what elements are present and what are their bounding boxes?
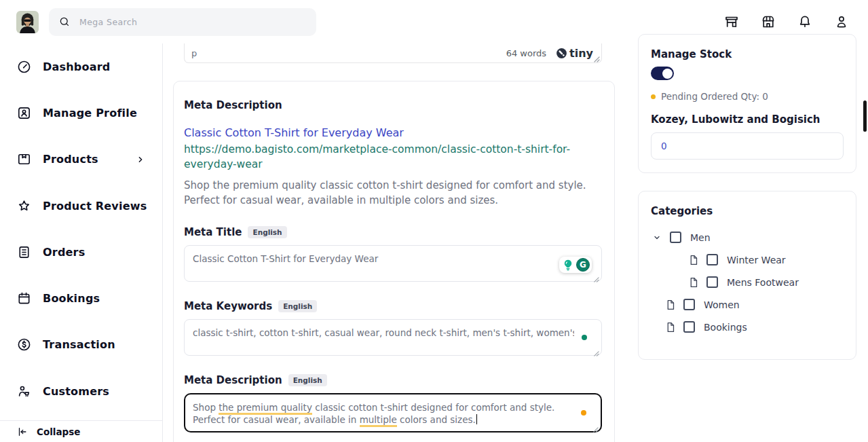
locale-badge: English — [288, 374, 327, 386]
category-checkbox[interactable] — [683, 321, 695, 333]
sidebar-item-products[interactable]: Products — [0, 136, 162, 183]
grammarly-status-dot — [582, 335, 587, 340]
locale-badge: English — [278, 300, 317, 312]
editor-element-path: p — [191, 48, 197, 58]
vendor-name: Kozey, Lubowitz and Bogisich — [651, 113, 844, 126]
dollar-circle-icon — [16, 337, 32, 352]
order-list-icon — [16, 244, 32, 260]
app: DashboardManage ProfileProductsProduct R… — [0, 0, 868, 442]
category-row-men: Men — [651, 226, 844, 248]
editor-statusbar: p 64 words tiny — [184, 43, 602, 63]
meta-description-label-row: Meta Description English — [184, 374, 602, 386]
category-row-winter-wear: Winter Wear — [651, 248, 844, 271]
meta-title-label: Meta Title — [184, 226, 242, 238]
topbar-actions — [723, 14, 850, 30]
star-icon — [16, 198, 32, 214]
avatar[interactable] — [16, 11, 39, 33]
search-input[interactable] — [78, 16, 308, 28]
file-icon — [664, 321, 677, 333]
customer-cart-icon — [16, 384, 32, 399]
file-icon — [664, 299, 677, 311]
category-tree: MenWinter WearMens FootwearWomenBookings — [651, 226, 844, 338]
sidebar-item-label: Customers — [43, 385, 109, 398]
category-checkbox[interactable] — [706, 276, 718, 288]
meta-description-label: Meta Description — [184, 374, 282, 386]
seo-preview-description: Shop the premium quality classic cotton … — [184, 178, 599, 208]
sidebar-item-product-reviews[interactable]: Product Reviews — [0, 183, 162, 229]
meta-description-value: Shop the premium quality classic cotton … — [193, 402, 554, 425]
search-bar[interactable] — [49, 8, 316, 36]
meta-keywords-field[interactable]: classic t-shirt, cotton t-shirt, casual … — [184, 319, 602, 356]
category-label: Bookings — [704, 322, 747, 333]
seo-preview-url: https://demo.bagisto.com/marketplace-com… — [184, 142, 591, 172]
search-icon — [58, 16, 71, 28]
file-icon — [687, 276, 700, 289]
category-label: Mens Footwear — [727, 277, 799, 288]
manage-stock-label: Manage Stock — [651, 48, 844, 60]
category-checkbox[interactable] — [706, 254, 718, 265]
grammarly-status-dot — [581, 410, 586, 416]
category-label: Women — [704, 299, 740, 310]
seo-preview-title[interactable]: Classic Cotton T-Shirt for Everyday Wear — [184, 126, 598, 139]
meta-description-card: Meta Description Classic Cotton T-Shirt … — [173, 81, 615, 442]
sidebar-item-customers[interactable]: Customers — [0, 368, 162, 414]
tinymce-brand-text: tiny — [569, 47, 593, 60]
sidebar-item-label: Dashboard — [43, 60, 110, 73]
chevron-right-icon — [134, 153, 147, 166]
sidebar-item-manage-profile[interactable]: Manage Profile — [0, 90, 162, 136]
store-icon[interactable] — [760, 14, 776, 30]
chevron-down-icon[interactable] — [651, 232, 663, 244]
categories-title: Categories — [651, 205, 844, 217]
manage-stock-toggle[interactable] — [651, 67, 674, 80]
sidebar-item-label: Products — [43, 153, 98, 166]
dashboard-gauge-icon — [16, 59, 32, 75]
user-icon[interactable] — [833, 14, 850, 30]
grammarly-suggestions-badge[interactable]: G — [559, 257, 592, 273]
pending-status-dot — [651, 94, 656, 99]
meta-title-label-row: Meta Title English — [184, 226, 602, 238]
statusbar-right: 64 words tiny — [506, 47, 593, 60]
meta-description-field[interactable]: Shop the premium quality classic cotton … — [184, 393, 602, 432]
product-box-icon — [16, 151, 32, 167]
meta-title-field[interactable]: Classic Cotton T-Shirt for Everyday Wear… — [184, 245, 602, 282]
storefront-icon[interactable] — [723, 14, 740, 30]
field-resize-handle[interactable] — [593, 273, 599, 279]
sidebar-item-bookings[interactable]: Bookings — [0, 275, 162, 321]
sidebar-item-transaction[interactable]: Transaction — [0, 322, 162, 368]
suggested-text: multiple — [360, 414, 397, 427]
sidebar-item-label: Bookings — [43, 292, 100, 305]
collapse-icon — [16, 426, 29, 438]
category-label: Men — [690, 232, 711, 243]
sidebar: DashboardManage ProfileProductsProduct R… — [0, 43, 163, 442]
category-row-women: Women — [651, 293, 844, 316]
sidebar-item-orders[interactable]: Orders — [0, 229, 162, 275]
inventory-card: Manage Stock Pending Ordered Qty: 0 Koze… — [638, 34, 856, 173]
bell-icon[interactable] — [797, 14, 813, 30]
avatar-image — [16, 11, 39, 33]
field-resize-handle[interactable] — [593, 347, 599, 353]
tinymce-branding[interactable]: tiny — [556, 47, 593, 60]
collapse-button[interactable]: Collapse — [0, 420, 162, 442]
meta-title-value: Classic Cotton T-Shirt for Everyday Wear — [193, 253, 574, 265]
field-resize-handle[interactable] — [592, 423, 599, 429]
stock-qty-input[interactable] — [651, 132, 844, 160]
pending-qty-text: Pending Ordered Qty: 0 — [661, 91, 768, 102]
toggle-knob — [662, 69, 673, 79]
word-count: 64 words — [506, 48, 546, 58]
calendar-icon — [16, 291, 32, 306]
categories-card: Categories MenWinter WearMens FootwearWo… — [638, 191, 856, 360]
tinymce-logo-icon — [556, 48, 567, 59]
text-caret — [476, 414, 478, 424]
sidebar-item-dashboard[interactable]: Dashboard — [0, 43, 162, 90]
locale-badge: English — [248, 226, 286, 238]
pending-qty-row: Pending Ordered Qty: 0 — [651, 91, 844, 102]
sidebar-item-label: Transaction — [43, 338, 115, 351]
category-row-bookings: Bookings — [651, 316, 844, 338]
meta-keywords-value: classic t-shirt, cotton t-shirt, casual … — [193, 327, 574, 339]
category-checkbox[interactable] — [670, 232, 681, 243]
category-checkbox[interactable] — [683, 299, 695, 310]
page-scrollbar-thumb[interactable] — [863, 100, 867, 132]
editor-resize-handle[interactable] — [593, 54, 600, 61]
sidebar-nav: DashboardManage ProfileProductsProduct R… — [0, 43, 162, 414]
plain-text: colors and sizes. — [397, 414, 476, 425]
